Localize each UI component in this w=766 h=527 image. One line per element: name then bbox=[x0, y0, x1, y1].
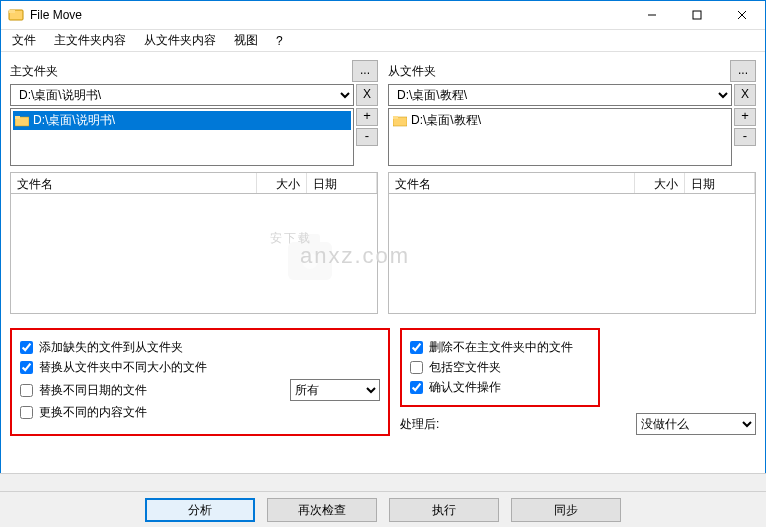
recheck-button[interactable]: 再次检查 bbox=[267, 498, 377, 522]
svg-rect-1 bbox=[9, 10, 15, 13]
chk-include-empty[interactable] bbox=[410, 361, 423, 374]
main-path-select[interactable]: D:\桌面\说明书\ bbox=[10, 84, 354, 106]
main-folder-panel: 主文件夹 ... D:\桌面\说明书\ X D:\桌面\说明书\ + - bbox=[10, 60, 378, 314]
after-label: 处理后: bbox=[400, 416, 439, 433]
chk-delete-not-in-main[interactable] bbox=[410, 341, 423, 354]
sync-button[interactable]: 同步 bbox=[511, 498, 621, 522]
minimize-button[interactable] bbox=[629, 0, 674, 29]
after-action-select[interactable]: 没做什么 bbox=[636, 413, 756, 435]
sub-list-header: 文件名 大小 日期 bbox=[388, 172, 756, 194]
folder-icon bbox=[15, 115, 29, 127]
col-name[interactable]: 文件名 bbox=[11, 173, 257, 193]
execute-button[interactable]: 执行 bbox=[389, 498, 499, 522]
maximize-button[interactable] bbox=[674, 0, 719, 29]
window-title: File Move bbox=[30, 8, 629, 22]
main-browse-button[interactable]: ... bbox=[352, 60, 378, 82]
app-icon bbox=[8, 7, 24, 23]
right-options-group: 删除不在主文件夹中的文件 包括空文件夹 确认文件操作 bbox=[400, 328, 600, 407]
menu-help[interactable]: ? bbox=[268, 32, 291, 50]
sub-folder-panel: 从文件夹 ... D:\桌面\教程\ X D:\桌面\教程\ + - bbox=[388, 60, 756, 314]
col-size[interactable]: 大小 bbox=[635, 173, 685, 193]
folder-icon bbox=[393, 115, 407, 127]
close-button[interactable] bbox=[719, 0, 764, 29]
main-folder-label: 主文件夹 bbox=[10, 63, 352, 80]
main-file-list[interactable] bbox=[10, 194, 378, 314]
main-tree-item[interactable]: D:\桌面\说明书\ bbox=[13, 111, 351, 130]
main-add-button[interactable]: + bbox=[356, 108, 378, 126]
menubar: 文件 主文件夹内容 从文件夹内容 视图 ? bbox=[0, 30, 766, 52]
menu-main-content[interactable]: 主文件夹内容 bbox=[46, 30, 134, 51]
col-size[interactable]: 大小 bbox=[257, 173, 307, 193]
sub-add-button[interactable]: + bbox=[734, 108, 756, 126]
sub-path-clear-button[interactable]: X bbox=[734, 84, 756, 106]
svg-rect-7 bbox=[15, 116, 20, 119]
sub-path-select[interactable]: D:\桌面\教程\ bbox=[388, 84, 732, 106]
main-folder-tree[interactable]: D:\桌面\说明书\ bbox=[10, 108, 354, 166]
main-remove-button[interactable]: - bbox=[356, 128, 378, 146]
sub-remove-button[interactable]: - bbox=[734, 128, 756, 146]
left-options-group: 添加缺失的文件到从文件夹 替换从文件夹中不同大小的文件 替换不同日期的文件 所有… bbox=[10, 328, 390, 436]
col-date[interactable]: 日期 bbox=[685, 173, 755, 193]
menu-view[interactable]: 视图 bbox=[226, 30, 266, 51]
main-path-clear-button[interactable]: X bbox=[356, 84, 378, 106]
svg-rect-9 bbox=[393, 116, 398, 119]
menu-file[interactable]: 文件 bbox=[4, 30, 44, 51]
titlebar: File Move bbox=[0, 0, 766, 30]
chk-add-missing[interactable] bbox=[20, 341, 33, 354]
chk-replace-date[interactable] bbox=[20, 384, 33, 397]
sub-browse-button[interactable]: ... bbox=[730, 60, 756, 82]
col-date[interactable]: 日期 bbox=[307, 173, 377, 193]
chk-replace-content[interactable] bbox=[20, 406, 33, 419]
sub-folder-label: 从文件夹 bbox=[388, 63, 730, 80]
menu-sub-content[interactable]: 从文件夹内容 bbox=[136, 30, 224, 51]
sub-folder-tree[interactable]: D:\桌面\教程\ bbox=[388, 108, 732, 166]
button-bar: 分析 再次检查 执行 同步 bbox=[0, 491, 766, 527]
svg-rect-3 bbox=[693, 11, 701, 19]
analyze-button[interactable]: 分析 bbox=[145, 498, 255, 522]
sub-tree-item[interactable]: D:\桌面\教程\ bbox=[391, 111, 729, 130]
statusbar bbox=[0, 473, 766, 491]
chk-replace-size[interactable] bbox=[20, 361, 33, 374]
col-name[interactable]: 文件名 bbox=[389, 173, 635, 193]
chk-confirm-ops[interactable] bbox=[410, 381, 423, 394]
sub-file-list[interactable] bbox=[388, 194, 756, 314]
date-scope-select[interactable]: 所有 bbox=[290, 379, 380, 401]
main-list-header: 文件名 大小 日期 bbox=[10, 172, 378, 194]
